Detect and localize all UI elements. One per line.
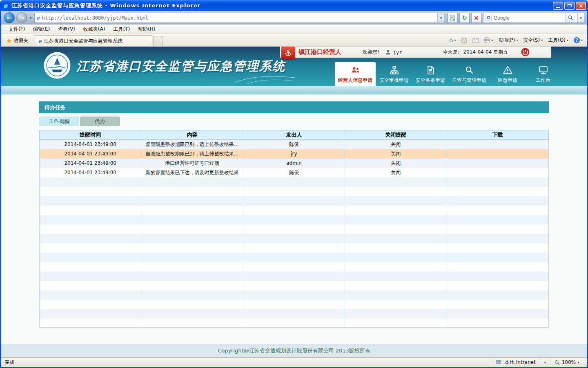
empty-row xyxy=(40,234,549,243)
protected-mode-section[interactable]: ▾ xyxy=(540,359,550,366)
search-dropdown[interactable]: ▾ xyxy=(577,13,584,22)
page-menu-button[interactable]: 页面(P)▾ xyxy=(496,36,521,45)
nav-label: 安全备案申请 xyxy=(416,77,445,84)
reminder-time: 2014-04-01 23:49:00 xyxy=(40,168,141,177)
menu-favorites[interactable]: 收藏夹(A) xyxy=(79,25,109,34)
history-dropdown[interactable]: ▾ xyxy=(29,16,33,20)
tab-work-reminder[interactable]: 工作提醒 xyxy=(39,117,79,126)
reminder-time xyxy=(40,272,141,281)
menu-tools[interactable]: 工具(T) xyxy=(109,25,134,34)
reminder-sender xyxy=(243,300,345,309)
address-bar[interactable]: e ▾ xyxy=(34,13,446,23)
nav-item-operator-info[interactable]: 经营人信息申请 xyxy=(335,62,376,86)
reminder-content xyxy=(141,243,243,253)
refresh-button[interactable]: ↻ xyxy=(459,13,470,23)
reminder-time: 2014-04-01 23:49:00 xyxy=(40,140,141,149)
nav-label: 工作台 xyxy=(536,77,550,84)
nav-label: 经营人信息申请 xyxy=(338,77,372,84)
download-cell xyxy=(447,187,548,196)
menu-view[interactable]: 查看(V) xyxy=(54,25,79,34)
close-reminder-link[interactable]: 关闭 xyxy=(345,140,447,149)
download-cell xyxy=(447,168,548,177)
zoom-control[interactable]: 100% ▾ xyxy=(550,359,584,366)
browser-window: e 江苏省港口安全监管与应急管理系统 - Windows Internet Ex… xyxy=(0,0,588,368)
panel-title: 待办任务 xyxy=(39,101,549,113)
reminder-time xyxy=(40,309,141,319)
status-bar: 完成 本地 Intranet ▾ 100% ▾ xyxy=(1,357,587,367)
menu-help[interactable]: 帮助(H) xyxy=(134,25,159,34)
help-button[interactable]: ?▾ xyxy=(571,36,585,45)
date-value: 2014-04-04 星期五 xyxy=(463,49,508,56)
header-sender: 发出人 xyxy=(243,130,345,140)
nav-item-safety-record[interactable]: 安全备案申请 xyxy=(412,62,448,86)
reminder-time xyxy=(40,224,141,234)
nav-item-inspection[interactable]: 自查与督查申请 xyxy=(449,62,490,86)
close-reminder-link[interactable]: 关闭 xyxy=(345,168,447,177)
menu-file[interactable]: 文件(F) xyxy=(4,25,29,34)
search-button[interactable] xyxy=(566,13,575,22)
reminder-content xyxy=(141,253,243,262)
menu-edit[interactable]: 编辑(E) xyxy=(29,25,54,34)
close-reminder-link[interactable]: 关闭 xyxy=(345,159,447,168)
nav-item-workbench[interactable]: 工作台 xyxy=(526,62,561,86)
header-sub-strip xyxy=(1,86,587,94)
close-reminder-link xyxy=(345,262,447,272)
decorative-swoosh xyxy=(234,73,295,84)
title-bar[interactable]: e 江苏省港口安全监管与应急管理系统 - Windows Internet Ex… xyxy=(0,0,588,11)
header-content: 内容 xyxy=(141,130,243,140)
close-reminder-link xyxy=(345,187,447,196)
browser-tab[interactable]: e 江苏省港口安全监管与应急管理系统 xyxy=(35,35,152,46)
toolbar-right: ⌂▾ xyxy=(447,36,585,46)
search-box[interactable]: G ▾ xyxy=(483,13,584,23)
address-dropdown[interactable]: ▾ xyxy=(437,13,445,22)
reminder-sender xyxy=(243,234,345,243)
reminder-sender xyxy=(243,187,345,196)
favorites-button[interactable]: ★ 收藏夹 xyxy=(3,35,32,46)
print-dropdown-caret: ▾ xyxy=(492,38,493,42)
read-mail-button[interactable] xyxy=(470,37,481,44)
reminder-time xyxy=(40,262,141,272)
security-zone: 本地 Intranet xyxy=(492,359,540,366)
nav-label: 安全审批申请 xyxy=(379,77,409,84)
minimize-button[interactable] xyxy=(553,2,563,10)
address-input[interactable] xyxy=(42,15,435,21)
close-reminder-link[interactable]: 关闭 xyxy=(345,149,447,159)
stop-button[interactable]: × xyxy=(471,13,481,23)
tab-agency[interactable]: 代办 xyxy=(80,117,120,126)
reminder-time xyxy=(40,300,141,309)
maximize-button[interactable] xyxy=(564,2,575,10)
reminder-table-body: 2014-04-01 23:49:00督查隐患整改期限已到，请上传整改结果…陈俊… xyxy=(40,140,549,328)
site-footer: Copyright@江苏省交通规划设计院股份有限公司 2013版权所有 xyxy=(1,344,587,357)
reminder-sender xyxy=(243,177,345,187)
empty-row xyxy=(40,309,549,319)
empty-row xyxy=(40,253,549,262)
nav-item-safety-approval[interactable]: 安全审批申请 xyxy=(376,62,412,86)
safety-dropdown-caret: ▾ xyxy=(541,38,543,42)
reminder-sender xyxy=(243,290,345,300)
user-organization: 镇江港口经营人 xyxy=(298,48,341,56)
safety-menu-button[interactable]: 安全(S)▾ xyxy=(521,36,545,45)
forward-button[interactable]: → xyxy=(16,12,27,23)
empty-row xyxy=(40,319,549,328)
download-cell xyxy=(447,262,548,272)
close-button[interactable]: × xyxy=(576,2,586,10)
compatibility-view-button[interactable] xyxy=(448,13,458,23)
download-cell xyxy=(447,290,548,300)
empty-row xyxy=(40,206,549,215)
reminder-sender xyxy=(243,243,345,253)
rss-icon xyxy=(461,38,467,43)
tools-menu-button[interactable]: 工具(O)▾ xyxy=(546,36,571,45)
print-button[interactable]: ▾ xyxy=(481,36,496,45)
page-favicon-icon: e xyxy=(37,15,40,21)
logout-button[interactable] xyxy=(521,48,530,56)
search-input[interactable] xyxy=(494,15,564,21)
reminder-time xyxy=(40,234,141,243)
new-tab-stub[interactable] xyxy=(153,36,163,46)
reminder-content xyxy=(141,281,243,290)
home-button[interactable]: ⌂▾ xyxy=(447,36,459,45)
feeds-button[interactable] xyxy=(459,36,470,45)
approval-icon xyxy=(389,65,399,75)
nav-item-emergency[interactable]: 应急申请 xyxy=(490,62,525,86)
main-content: 待办任务 工作提醒 代办 提醒时间 内容 发出人 关闭提醒 xyxy=(1,94,587,344)
back-button[interactable]: ← xyxy=(4,12,15,23)
